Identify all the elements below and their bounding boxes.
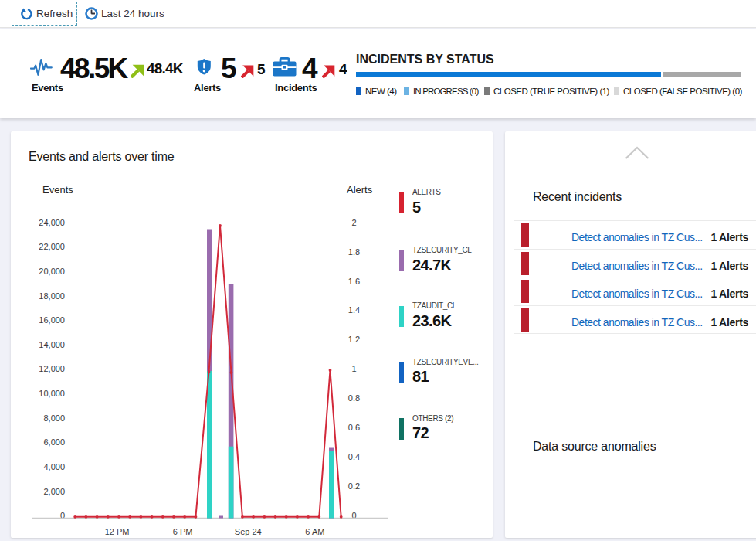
svg-text:2: 2 (351, 218, 356, 227)
svg-text:22,000: 22,000 (39, 242, 65, 251)
svg-text:6,000: 6,000 (43, 437, 65, 447)
svg-text:2,000: 2,000 (43, 487, 65, 496)
svg-text:Sep 24: Sep 24 (235, 527, 262, 536)
svg-text:20,000: 20,000 (39, 267, 65, 276)
svg-text:0: 0 (351, 511, 356, 520)
svg-text:4,000: 4,000 (43, 462, 65, 471)
svg-text:6 PM: 6 PM (173, 527, 193, 536)
svg-text:0.4: 0.4 (348, 452, 360, 461)
svg-text:24,000: 24,000 (39, 218, 65, 227)
svg-text:1: 1 (351, 364, 356, 373)
svg-text:1.6: 1.6 (348, 277, 360, 286)
svg-text:0.8: 0.8 (348, 393, 360, 403)
svg-text:18,000: 18,000 (39, 291, 65, 301)
svg-text:0.6: 0.6 (348, 423, 360, 432)
svg-text:12,000: 12,000 (39, 364, 65, 373)
svg-text:8,000: 8,000 (43, 413, 65, 423)
svg-text:Events: Events (42, 184, 73, 196)
svg-text:1.8: 1.8 (348, 247, 360, 257)
svg-text:1.2: 1.2 (348, 335, 360, 344)
svg-text:14,000: 14,000 (39, 340, 65, 349)
svg-text:1.4: 1.4 (348, 305, 360, 315)
svg-text:Alerts: Alerts (347, 184, 373, 196)
svg-text:10,000: 10,000 (39, 389, 65, 398)
svg-text:0: 0 (60, 511, 65, 520)
svg-text:6 AM: 6 AM (305, 527, 324, 536)
svg-text:16,000: 16,000 (39, 315, 65, 325)
svg-text:12 PM: 12 PM (105, 527, 130, 536)
svg-text:0.2: 0.2 (348, 481, 360, 491)
